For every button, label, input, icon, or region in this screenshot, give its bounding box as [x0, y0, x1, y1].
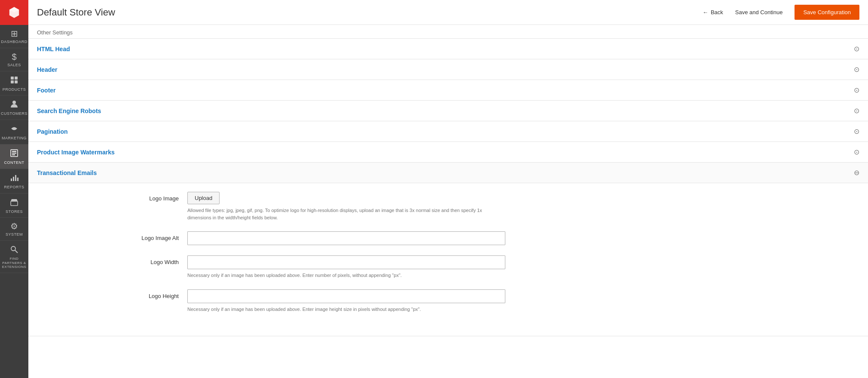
- transactional-emails-title: Transactional Emails: [37, 169, 97, 176]
- section-search-engine-title: Search Engine Robots: [37, 108, 101, 114]
- customers-icon: [10, 100, 18, 110]
- section-watermarks[interactable]: Product Image Watermarks ⊙: [28, 142, 868, 163]
- transactional-emails-header[interactable]: Transactional Emails ⊖: [28, 163, 868, 183]
- sidebar-item-dashboard[interactable]: ⊞ DASHBOARD: [0, 25, 28, 48]
- pagination-chevron-icon: ⊙: [854, 127, 859, 135]
- other-settings-label: Other Settings: [37, 29, 73, 36]
- logo-image-alt-input[interactable]: [187, 231, 505, 245]
- logo-width-row: Logo Width Necessary only if an image ha…: [41, 255, 855, 279]
- system-icon: ⚙: [10, 222, 18, 230]
- content-area: Other Settings HTML Head ⊙ Header ⊙ Foot…: [28, 25, 868, 378]
- section-watermarks-title: Product Image Watermarks: [37, 149, 115, 156]
- svg-line-15: [15, 250, 18, 253]
- section-pagination-title: Pagination: [37, 128, 68, 135]
- transactional-emails-body: Logo Image Upload Allowed file types: jp…: [28, 183, 868, 336]
- page-title: Default Store View: [37, 7, 115, 18]
- logo-width-label: Logo Width: [41, 255, 187, 265]
- other-settings-heading: Other Settings: [28, 25, 868, 39]
- logo-width-field: Necessary only if an image has been uplo…: [187, 255, 531, 279]
- section-header-config[interactable]: Header ⊙: [28, 59, 868, 80]
- transactional-emails-chevron-icon: ⊖: [854, 169, 859, 177]
- svg-rect-12: [17, 178, 18, 181]
- logo-height-field: Necessary only if an image has been uplo…: [187, 289, 531, 313]
- logo-image-alt-label: Logo Image Alt: [41, 231, 187, 241]
- back-button[interactable]: ← Back: [703, 9, 723, 15]
- sidebar-item-label: DASHBOARD: [1, 40, 28, 44]
- back-label: Back: [711, 9, 723, 15]
- logo-height-input[interactable]: [187, 289, 505, 303]
- svg-rect-0: [11, 77, 14, 80]
- section-header-config-title: Header: [37, 66, 57, 73]
- svg-rect-9: [11, 178, 12, 181]
- svg-rect-7: [12, 153, 16, 154]
- content-icon: [10, 149, 18, 159]
- upload-button[interactable]: Upload: [187, 192, 220, 204]
- logo-image-alt-field: [187, 231, 531, 245]
- sidebar-item-label: SYSTEM: [6, 232, 23, 237]
- sidebar-item-find-partners[interactable]: FIND PARTNERS & EXTENSIONS: [0, 241, 28, 273]
- svg-rect-8: [12, 154, 15, 155]
- save-configuration-button[interactable]: Save Configuration: [795, 5, 859, 20]
- sidebar-item-label: STORES: [6, 209, 23, 214]
- products-icon: [10, 76, 18, 86]
- logo-height-hint: Necessary only if an image has been uplo…: [187, 306, 505, 313]
- sidebar-item-stores[interactable]: STORES: [0, 194, 28, 218]
- section-html-head[interactable]: HTML Head ⊙: [28, 39, 868, 59]
- svg-point-4: [12, 101, 16, 104]
- sidebar-item-label: CONTENT: [4, 160, 24, 165]
- section-html-head-title: HTML Head: [37, 46, 70, 52]
- svg-rect-13: [11, 201, 18, 206]
- sidebar-item-system[interactable]: ⚙ SYSTEM: [0, 218, 28, 241]
- back-arrow-icon: ←: [703, 9, 708, 15]
- header-actions: ← Back Save and Continue Save Configurat…: [703, 5, 859, 20]
- svg-rect-11: [15, 175, 16, 181]
- sidebar-item-label: CUSTOMERS: [1, 111, 28, 116]
- reports-icon: [10, 173, 18, 183]
- html-head-chevron-icon: ⊙: [854, 45, 859, 53]
- sidebar-item-reports[interactable]: REPORTS: [0, 169, 28, 194]
- svg-rect-2: [11, 80, 14, 83]
- logo-width-input[interactable]: [187, 255, 505, 269]
- logo-width-hint: Necessary only if an image has been uplo…: [187, 272, 505, 279]
- header-config-chevron-icon: ⊙: [854, 65, 859, 74]
- svg-rect-10: [13, 177, 14, 181]
- logo-height-row: Logo Height Necessary only if an image h…: [41, 289, 855, 313]
- logo-image-alt-row: Logo Image Alt: [41, 231, 855, 245]
- page-header: Default Store View ← Back Save and Conti…: [28, 0, 868, 25]
- sidebar-item-label: PRODUCTS: [3, 87, 26, 92]
- watermarks-chevron-icon: ⊙: [854, 148, 859, 156]
- sidebar-item-label: REPORTS: [4, 185, 24, 190]
- stores-icon: [10, 198, 18, 208]
- section-search-engine-robots[interactable]: Search Engine Robots ⊙: [28, 101, 868, 121]
- logo-image-label: Logo Image: [41, 192, 187, 202]
- sidebar-item-products[interactable]: PRODUCTS: [0, 71, 28, 96]
- svg-rect-1: [15, 77, 18, 80]
- sidebar-item-label: FIND PARTNERS & EXTENSIONS: [2, 257, 27, 269]
- logo-image-hint: Allowed file types: jpg, jpeg, gif, png.…: [187, 207, 505, 221]
- section-footer-title: Footer: [37, 87, 56, 94]
- footer-chevron-icon: ⊙: [854, 86, 859, 94]
- sidebar-logo: [0, 0, 28, 25]
- svg-point-14: [11, 246, 15, 251]
- sidebar: ⊞ DASHBOARD $ SALES PRODUCTS CUSTOMERS M…: [0, 0, 28, 378]
- dashboard-icon: ⊞: [11, 29, 18, 38]
- marketing-icon: [10, 124, 18, 134]
- logo-image-field: Upload Allowed file types: jpg, jpeg, gi…: [187, 192, 531, 221]
- logo-height-label: Logo Height: [41, 289, 187, 299]
- sidebar-item-marketing[interactable]: MARKETING: [0, 120, 28, 144]
- search-engine-chevron-icon: ⊙: [854, 107, 859, 115]
- sidebar-item-customers[interactable]: CUSTOMERS: [0, 95, 28, 120]
- sales-icon: $: [12, 52, 16, 61]
- svg-rect-6: [12, 151, 16, 152]
- sidebar-item-label: MARKETING: [2, 136, 27, 141]
- sidebar-item-content[interactable]: CONTENT: [0, 144, 28, 169]
- sidebar-item-sales[interactable]: $ SALES: [0, 48, 28, 71]
- svg-rect-3: [15, 80, 18, 83]
- section-pagination[interactable]: Pagination ⊙: [28, 121, 868, 142]
- section-transactional-emails: Transactional Emails ⊖ Logo Image Upload…: [28, 163, 868, 336]
- find-partners-icon: [10, 245, 18, 255]
- section-footer[interactable]: Footer ⊙: [28, 80, 868, 101]
- main-area: Default Store View ← Back Save and Conti…: [28, 0, 868, 378]
- sidebar-item-label: SALES: [7, 63, 21, 68]
- save-and-continue-button[interactable]: Save and Continue: [730, 6, 788, 18]
